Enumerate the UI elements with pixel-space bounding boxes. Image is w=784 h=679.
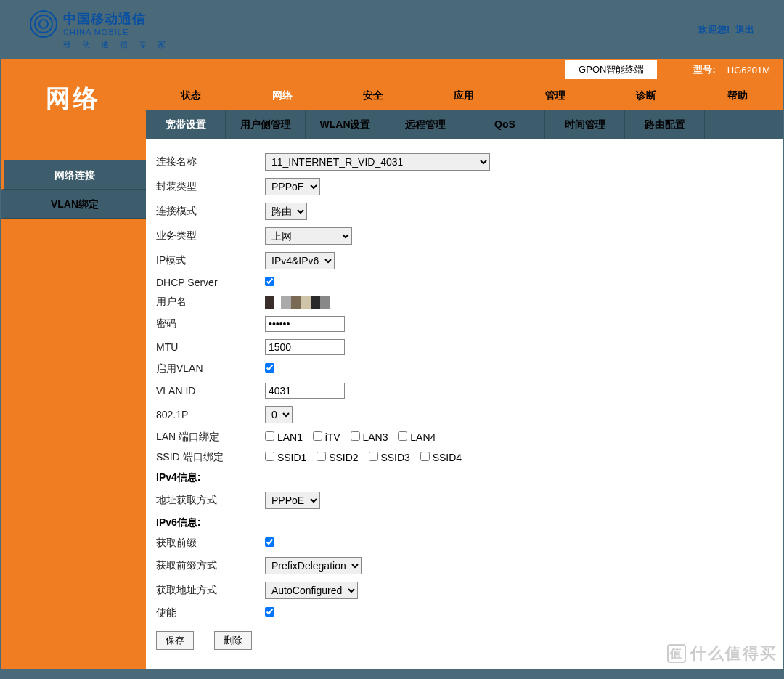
brand-cn: 中国移动通信 (63, 10, 170, 28)
welcome-text: 欢迎您! (698, 24, 730, 35)
lan-bind-label: LAN 端口绑定 (156, 431, 265, 444)
enable-checkbox[interactable] (265, 607, 274, 617)
dhcp-label: DHCP Server (156, 277, 265, 288)
ssid4-checkbox[interactable] (420, 452, 430, 461)
service-select[interactable]: 上网 (265, 227, 352, 245)
password-input[interactable] (265, 316, 345, 332)
content-panel: 连接名称 11_INTERNET_R_VID_4031 封装类型 PPPoE 连… (146, 139, 783, 669)
encap-select[interactable]: PPPoE (265, 178, 320, 195)
pwd-label: 密码 (156, 317, 265, 330)
page-title: 网络 (1, 59, 146, 139)
china-mobile-logo-icon (30, 10, 57, 38)
ssid3-checkbox[interactable] (369, 452, 378, 461)
lan4-checkbox[interactable] (398, 431, 407, 441)
ipv6-prefix-mode-label: 获取前缀方式 (156, 559, 265, 572)
subnav-qos[interactable]: QoS (465, 110, 545, 139)
conn-mode-label: 连接模式 (156, 205, 265, 218)
ssid4-label: SSID4 (433, 452, 462, 463)
nav-app[interactable]: 应用 (419, 81, 510, 110)
vlan-id-label: VLAN ID (156, 385, 265, 397)
sidebar: 网络连接 VLAN绑定 (1, 139, 146, 669)
ssid3-label: SSID3 (380, 452, 409, 463)
model-value: HG6201M (723, 62, 775, 78)
sub-nav: 宽带设置 用户侧管理 WLAN设置 远程管理 QoS 时间管理 路由配置 (146, 110, 783, 139)
ip-mode-select[interactable]: IPv4&IPv6 (265, 252, 335, 269)
itv-label: iTV (325, 431, 340, 443)
vlan-en-checkbox[interactable] (265, 363, 274, 373)
conn-mode-select[interactable]: 路由 (265, 203, 307, 220)
subnav-time[interactable]: 时间管理 (545, 110, 625, 139)
watermark-icon: 值 (667, 644, 686, 663)
header: 中国移动通信 CHINA MOBILE 移 动 通 信 专 家 欢迎您! 退出 (1, 1, 783, 59)
delete-button[interactable]: 删除 (214, 631, 252, 650)
gpon-label: GPON智能终端 (565, 60, 657, 79)
8021p-label: 802.1P (156, 409, 265, 420)
lan1-checkbox[interactable] (265, 431, 274, 441)
ip-mode-label: IP模式 (156, 254, 265, 267)
ipv6-prefix-checkbox[interactable] (265, 537, 274, 547)
nav-status[interactable]: 状态 (146, 81, 237, 110)
subnav-userside[interactable]: 用户侧管理 (226, 110, 306, 139)
model-label: 型号: (686, 60, 722, 79)
subnav-wlan[interactable]: WLAN设置 (306, 110, 385, 139)
save-button[interactable]: 保存 (156, 631, 194, 650)
nav-security[interactable]: 安全 (328, 81, 419, 110)
mtu-input[interactable] (265, 339, 345, 355)
lan3-checkbox[interactable] (351, 431, 360, 441)
ssid-bind-label: SSID 端口绑定 (156, 451, 265, 464)
vlan-id-input[interactable] (265, 383, 345, 399)
username-obscured (265, 296, 330, 309)
ssid2-checkbox[interactable] (317, 452, 326, 461)
watermark-text: 什么值得买 (690, 643, 777, 664)
ipv4-addr-mode-label: 地址获取方式 (156, 494, 265, 507)
nav-diag[interactable]: 诊断 (601, 81, 692, 110)
subnav-broadband[interactable]: 宽带设置 (146, 110, 226, 139)
welcome-block: 欢迎您! 退出 (698, 23, 754, 36)
watermark: 值 什么值得买 (667, 643, 777, 664)
ipv6-prefix-label: 获取前缀 (156, 537, 265, 550)
8021p-select[interactable]: 0 (265, 406, 293, 423)
enable-label: 使能 (156, 606, 265, 619)
dhcp-checkbox[interactable] (265, 277, 274, 286)
vlan-en-label: 启用VLAN (156, 362, 265, 375)
brand-en: CHINA MOBILE (63, 28, 170, 36)
main-nav: 状态 网络 安全 应用 管理 诊断 帮助 (146, 81, 783, 110)
ipv6-addr-mode-select[interactable]: AutoConfigured (265, 582, 358, 599)
nav-network[interactable]: 网络 (237, 81, 327, 110)
sidebar-item-network-conn[interactable]: 网络连接 (1, 160, 146, 190)
itv-checkbox[interactable] (313, 431, 322, 441)
footer-bar (1, 669, 783, 679)
conn-name-select[interactable]: 11_INTERNET_R_VID_4031 (265, 153, 490, 171)
brand-sub: 移 动 通 信 专 家 (63, 39, 170, 50)
ssid2-label: SSID2 (329, 452, 358, 463)
brand-logo: 中国移动通信 CHINA MOBILE 移 动 通 信 专 家 (30, 10, 170, 50)
info-bar: GPON智能终端 型号: HG6201M (146, 59, 783, 81)
conn-name-label: 连接名称 (156, 155, 265, 168)
ipv6-addr-mode-label: 获取地址方式 (156, 584, 265, 597)
ssid1-checkbox[interactable] (265, 452, 274, 461)
subnav-route[interactable]: 路由配置 (625, 110, 705, 139)
nav-manage[interactable]: 管理 (510, 81, 601, 110)
sidebar-item-vlan-bind[interactable]: VLAN绑定 (1, 190, 146, 219)
service-label: 业务类型 (156, 229, 265, 243)
user-label: 用户名 (156, 296, 265, 309)
encap-label: 封装类型 (156, 180, 265, 193)
nav-help[interactable]: 帮助 (693, 81, 783, 110)
ipv6-section-head: IPv6信息: (156, 516, 773, 529)
lan4-label: LAN4 (410, 431, 436, 443)
lan1-label: LAN1 (277, 431, 303, 443)
ipv4-section-head: IPv4信息: (156, 471, 773, 484)
logout-link[interactable]: 退出 (735, 24, 754, 35)
mtu-label: MTU (156, 341, 265, 353)
ssid1-label: SSID1 (277, 452, 306, 463)
ipv4-addr-mode-select[interactable]: PPPoE (265, 492, 320, 509)
lan3-label: LAN3 (362, 431, 388, 443)
subnav-remote[interactable]: 远程管理 (385, 110, 465, 139)
ipv6-prefix-mode-select[interactable]: PrefixDelegation (265, 557, 362, 574)
